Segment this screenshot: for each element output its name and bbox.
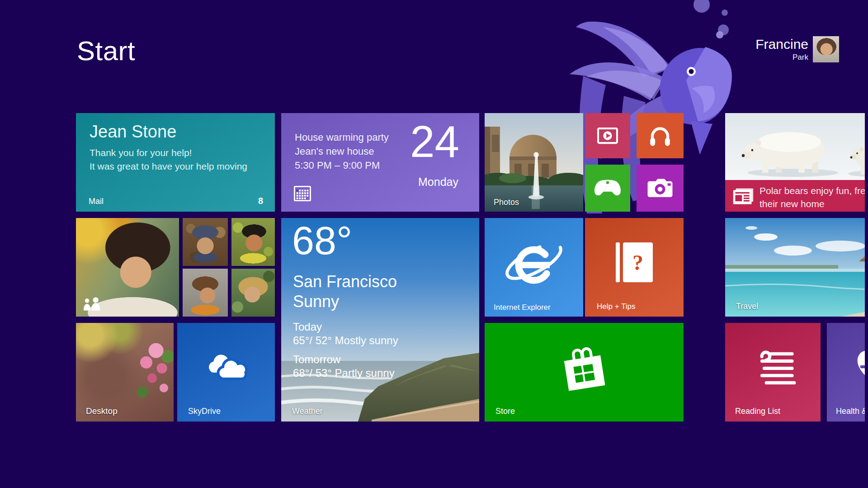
help-book-icon: ? bbox=[616, 242, 653, 282]
video-icon bbox=[594, 123, 621, 149]
news-polar-bears-photo bbox=[725, 113, 865, 180]
tile-news[interactable]: Polar bears enjoy fun, free their new ho… bbox=[725, 113, 865, 212]
calendar-day-name: Monday bbox=[418, 175, 458, 189]
weather-condition: Sunny bbox=[293, 292, 339, 311]
news-headline-line2: their new home bbox=[760, 197, 865, 210]
tile-help-tips[interactable]: ? Help + Tips bbox=[585, 218, 684, 317]
people-photo-4 bbox=[231, 269, 275, 317]
people-photo-3 bbox=[183, 269, 228, 317]
skydrive-label: SkyDrive bbox=[188, 407, 221, 416]
tile-photos[interactable]: Photos bbox=[485, 113, 583, 212]
newspaper-icon bbox=[732, 187, 754, 205]
page-title: Start bbox=[77, 35, 135, 66]
right-tile-group: Polar bears enjoy fun, free their new ho… bbox=[725, 113, 865, 422]
tile-store[interactable]: Store bbox=[485, 323, 684, 422]
user-account-button[interactable]: Francine Park bbox=[755, 36, 839, 62]
tile-desktop[interactable]: Desktop bbox=[76, 323, 174, 422]
health-fitness-label: Health & bbox=[836, 407, 865, 416]
mail-label: Mail bbox=[89, 197, 104, 206]
reading-list-icon bbox=[750, 346, 797, 387]
tile-people[interactable] bbox=[76, 218, 275, 317]
calendar-event-location: Jean's new house bbox=[295, 144, 389, 158]
calendar-day-number: 24 bbox=[410, 119, 459, 164]
weather-tomorrow-label: Tomorrow bbox=[293, 353, 395, 366]
mail-preview: It was great to have your help moving bbox=[90, 161, 247, 172]
news-headline-strip: Polar bears enjoy fun, free their new ho… bbox=[725, 180, 865, 212]
desktop-label: Desktop bbox=[86, 406, 118, 416]
photos-thumbnail bbox=[485, 113, 583, 212]
tile-health-fitness[interactable]: Health & bbox=[827, 323, 865, 422]
start-screen: Start Francine Park Jean Stone Thank you… bbox=[0, 0, 868, 488]
weather-tomorrow-forecast: 68°/ 53° Partly sunny bbox=[293, 366, 395, 380]
store-bag-icon bbox=[554, 341, 614, 400]
internet-explorer-icon bbox=[500, 232, 568, 295]
tile-video[interactable] bbox=[585, 113, 630, 158]
store-label: Store bbox=[495, 407, 515, 416]
mail-sender: Jean Stone bbox=[90, 122, 176, 142]
headphones-icon bbox=[647, 123, 673, 148]
weather-today-forecast: 65°/ 52° Mostly sunny bbox=[293, 334, 398, 347]
weather-today-label: Today bbox=[293, 320, 398, 334]
help-tips-label: Help + Tips bbox=[597, 302, 636, 311]
user-first-name: Francine bbox=[755, 37, 808, 52]
tile-music[interactable] bbox=[637, 113, 684, 158]
travel-label: Travel bbox=[736, 302, 758, 311]
mail-unread-badge: 8 bbox=[258, 196, 263, 206]
internet-explorer-label: Internet Explorer bbox=[494, 303, 551, 312]
tile-mail[interactable]: Jean Stone Thank you for your help! It w… bbox=[76, 113, 275, 212]
tile-camera[interactable] bbox=[637, 165, 684, 212]
tile-reading-list[interactable]: Reading List bbox=[725, 323, 821, 422]
news-headline-line1: Polar bears enjoy fun, free bbox=[760, 184, 865, 197]
calendar-icon bbox=[294, 185, 311, 202]
tile-internet-explorer[interactable]: Internet Explorer bbox=[485, 218, 583, 317]
game-controller-icon bbox=[594, 179, 622, 198]
reading-list-label: Reading List bbox=[735, 407, 780, 416]
people-photo-2 bbox=[231, 218, 275, 266]
calendar-event-time: 5:30 PM – 9:00 PM bbox=[295, 158, 389, 172]
user-last-name: Park bbox=[793, 53, 808, 62]
skydrive-clouds-icon bbox=[199, 350, 253, 385]
mail-subject: Thank you for your help! bbox=[90, 147, 192, 158]
people-photo-1 bbox=[183, 218, 228, 266]
tile-calendar[interactable]: House warming party Jean's new house 5:3… bbox=[281, 113, 479, 212]
photos-label: Photos bbox=[494, 198, 519, 207]
help-question-glyph: ? bbox=[632, 250, 643, 275]
calendar-event-title: House warming party bbox=[295, 130, 389, 144]
tile-games[interactable] bbox=[585, 165, 630, 212]
tile-weather[interactable]: 68° San Francisco Sunny Today 65°/ 52° M… bbox=[281, 218, 479, 422]
people-icon bbox=[82, 297, 103, 311]
weather-temperature: 68° bbox=[292, 221, 352, 261]
tile-skydrive[interactable]: SkyDrive bbox=[177, 323, 275, 422]
user-avatar bbox=[813, 36, 839, 62]
camera-icon bbox=[647, 178, 673, 199]
weather-city: San Francisco bbox=[293, 272, 397, 291]
weather-label: Weather bbox=[292, 407, 323, 416]
health-heart-pulse-icon bbox=[852, 345, 865, 389]
tile-travel[interactable]: Travel bbox=[725, 218, 865, 317]
